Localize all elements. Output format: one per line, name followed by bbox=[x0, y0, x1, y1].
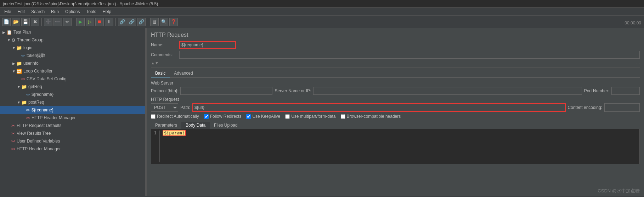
tree-item-getreq-reqname[interactable]: ✏ ${reqname} bbox=[0, 91, 145, 98]
method-select[interactable]: POST GET PUT DELETE PATCH bbox=[151, 103, 178, 112]
menu-file[interactable]: File bbox=[1, 8, 14, 15]
toggle-getreq: ▼ bbox=[16, 85, 21, 89]
label-token: token提取 bbox=[27, 53, 45, 59]
toggle-userinfo: ▶ bbox=[11, 62, 16, 65]
tree-item-csv-data[interactable]: ✂ CSV Data Set Config bbox=[0, 75, 145, 83]
tree-item-http-request-defaults[interactable]: ✂ HTTP Request Defaults bbox=[0, 122, 145, 129]
path-input[interactable] bbox=[192, 103, 566, 112]
icon-thread-group: ⚙ bbox=[11, 37, 16, 43]
body-data-value[interactable]: ${param} bbox=[163, 130, 186, 136]
icon-userinfo: 📁 bbox=[16, 61, 22, 66]
comments-input[interactable] bbox=[179, 51, 640, 59]
sub-tab-parameters[interactable]: Parameters bbox=[151, 122, 181, 129]
main-tab-bar: Basic Advanced bbox=[151, 70, 640, 78]
menu-run[interactable]: Run bbox=[48, 8, 62, 15]
tab-advanced[interactable]: Advanced bbox=[170, 70, 197, 77]
sub-tab-bar: Parameters Body Data Files Upload bbox=[151, 122, 640, 129]
help-button[interactable]: ❓ bbox=[169, 18, 178, 26]
tree-item-thread-group[interactable]: ▼ ⚙ Thread Group bbox=[0, 36, 145, 44]
label-getreq: getReq bbox=[28, 84, 42, 89]
menu-options[interactable]: Options bbox=[62, 8, 83, 15]
remote-stop-button[interactable]: 🔗 bbox=[128, 18, 136, 26]
remote-run-button[interactable]: 🔗 bbox=[118, 18, 126, 26]
tree-item-user-defined-vars[interactable]: ✂ User Defined Variables bbox=[0, 137, 145, 145]
label-http-header-manager2: HTTP Header Manager bbox=[17, 146, 61, 151]
tree-item-token[interactable]: ✏ token提取 bbox=[0, 52, 145, 59]
comments-row: Comments: bbox=[151, 51, 640, 59]
tree-item-http-header-manager2[interactable]: ✂ HTTP Header Manager bbox=[0, 145, 145, 153]
checkbox-keepalive[interactable]: Use KeepAlive bbox=[246, 114, 280, 119]
menu-edit[interactable]: Edit bbox=[15, 8, 28, 15]
expand-icon[interactable]: ▲▼ bbox=[151, 61, 159, 65]
tree-item-http-header-manager1[interactable]: ✂ HTTP Header Manager bbox=[0, 114, 145, 122]
icon-postreq: 📁 bbox=[21, 100, 27, 105]
checkbox-redirect-auto[interactable]: Redirect Automatically bbox=[151, 114, 199, 119]
toggle-test-plan: ▶ bbox=[1, 30, 6, 34]
sub-tab-files-upload[interactable]: Files Upload bbox=[210, 122, 242, 129]
checkbox-redirect-auto-input[interactable] bbox=[151, 114, 156, 119]
stop-button[interactable]: ⏹ bbox=[95, 18, 104, 26]
clear-button[interactable]: ✏ bbox=[63, 18, 72, 26]
shutdown-button[interactable]: ⏸ bbox=[105, 18, 113, 26]
start-no-pause-button[interactable]: ▷ bbox=[86, 18, 94, 26]
menu-tools[interactable]: Tools bbox=[83, 8, 99, 15]
tree-item-test-plan[interactable]: ▶ 📋 Test Plan bbox=[0, 28, 145, 36]
remove-button[interactable]: ➖ bbox=[53, 18, 62, 26]
server-label: Server Name or IP: bbox=[275, 88, 311, 93]
tree-item-userinfo[interactable]: ▶ 📁 userinfo bbox=[0, 59, 145, 67]
name-input[interactable] bbox=[179, 41, 236, 49]
sep2 bbox=[74, 18, 74, 26]
label-view-results-tree: View Results Tree bbox=[17, 131, 51, 136]
open-button[interactable]: 📂 bbox=[12, 18, 20, 26]
expand-row: ▲▼ ··· bbox=[151, 61, 640, 65]
toggle-thread-group: ▼ bbox=[6, 38, 11, 42]
http-request-form: POST GET PUT DELETE PATCH Path: Content … bbox=[151, 103, 640, 112]
web-server-label: Web Server bbox=[151, 81, 640, 86]
checkbox-keepalive-input[interactable] bbox=[246, 114, 251, 119]
tree-item-postreq[interactable]: ▼ 📁 postReq bbox=[0, 98, 145, 106]
tree-item-getreq[interactable]: ▼ 📁 getReq bbox=[0, 83, 145, 91]
checkbox-browser-compat-input[interactable] bbox=[341, 114, 345, 119]
toggle-postreq: ▼ bbox=[16, 100, 21, 104]
tree-item-login[interactable]: ▼ 📁 login bbox=[0, 44, 145, 52]
tree-panel: ▶ 📋 Test Plan ▼ ⚙ Thread Group ▼ 📁 login… bbox=[0, 28, 145, 196]
protocol-input[interactable] bbox=[180, 87, 272, 95]
new-button[interactable]: 📄 bbox=[2, 18, 11, 26]
icon-http-request-defaults: ✂ bbox=[11, 123, 15, 128]
search2-button[interactable]: 🔍 bbox=[160, 18, 168, 26]
tree-item-view-results-tree[interactable]: ✂ View Results Tree bbox=[0, 129, 145, 137]
server-input[interactable] bbox=[313, 87, 582, 95]
clear-all-button[interactable]: 🗑 bbox=[150, 18, 159, 26]
checkbox-browser-compat-label: Browser-compatible headers bbox=[347, 114, 401, 119]
checkbox-multipart[interactable]: Use multipart/form-data bbox=[285, 114, 335, 119]
sub-tab-body-data[interactable]: Body Data bbox=[181, 122, 210, 129]
icon-user-defined-vars: ✂ bbox=[11, 139, 15, 144]
content-encoding-input[interactable] bbox=[604, 103, 640, 112]
close-button[interactable]: ✖ bbox=[31, 18, 39, 26]
tree-item-postreq-reqname[interactable]: ✏ ${reqname} bbox=[0, 106, 145, 114]
run-button[interactable]: ▶ bbox=[76, 18, 85, 26]
label-postreq-reqname: ${reqname} bbox=[32, 108, 53, 112]
checkbox-browser-compat[interactable]: Browser-compatible headers bbox=[341, 114, 401, 119]
checkbox-follow-redirects[interactable]: Follow Redirects bbox=[204, 114, 242, 119]
checkbox-multipart-input[interactable] bbox=[285, 114, 290, 119]
menu-search[interactable]: Search bbox=[28, 8, 47, 15]
save-button[interactable]: 💾 bbox=[21, 18, 30, 26]
menu-bar: File Edit Search Run Options Tools Help bbox=[0, 8, 644, 16]
add-button[interactable]: ➕ bbox=[44, 18, 52, 26]
remote-shutdown-button[interactable]: 🔗 bbox=[137, 18, 146, 26]
code-content[interactable]: ${param} bbox=[163, 131, 186, 162]
name-label: Name: bbox=[151, 42, 179, 47]
port-input[interactable] bbox=[611, 87, 640, 95]
icon-csv-data: ✂ bbox=[21, 76, 25, 82]
tree-item-loop-controller[interactable]: ▼ 🔁 Loop Controller bbox=[0, 67, 145, 75]
icon-getreq: 📁 bbox=[21, 84, 27, 89]
tab-basic[interactable]: Basic bbox=[151, 70, 170, 77]
label-test-plan: Test Plan bbox=[13, 30, 31, 35]
line-number-1: 1 bbox=[153, 131, 157, 135]
title-text: jmeterTest.jmx (C:\Users\ping\Desktop\te… bbox=[3, 1, 158, 6]
menu-help[interactable]: Help bbox=[100, 8, 114, 15]
label-user-defined-vars: User Defined Variables bbox=[17, 139, 60, 144]
checkbox-follow-redirects-input[interactable] bbox=[204, 114, 209, 119]
title-bar: jmeterTest.jmx (C:\Users\ping\Desktop\te… bbox=[0, 0, 644, 8]
